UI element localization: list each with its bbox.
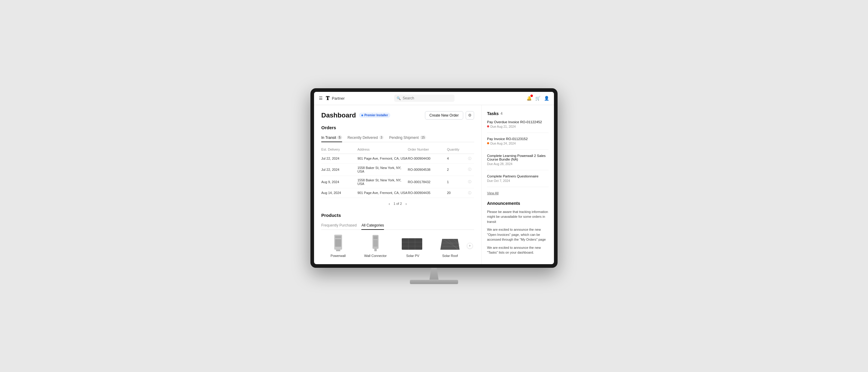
title-group: Dashboard Premier Installer	[321, 111, 390, 119]
tasks-section: Tasks 4 Pay Overdue Invoice RO-01122452 …	[487, 111, 549, 195]
search-icon: 🔍	[397, 96, 401, 100]
products-arrow: ›	[467, 243, 474, 249]
row-qty: 1	[447, 180, 468, 184]
row-order-num: RO-000904538	[408, 168, 447, 171]
info-icon[interactable]: ⓘ	[468, 156, 474, 161]
svg-rect-2	[335, 239, 341, 247]
orders-section: Orders In Transit 5 Recently Delivered 3	[321, 125, 474, 206]
info-icon[interactable]: ⓘ	[468, 179, 474, 184]
tab-frequently-purchased[interactable]: Frequently Purchased	[321, 222, 356, 230]
row-delivery: Aug 14, 2024	[321, 191, 358, 195]
stand-neck	[425, 268, 443, 280]
tab-in-transit[interactable]: In Transit 5	[321, 134, 342, 142]
task-due-1: Due Aug 21, 2024	[487, 125, 549, 128]
monitor-stand	[410, 268, 458, 284]
orders-table: Est. Delivery Address Order Number Quant…	[321, 146, 474, 198]
table-row[interactable]: Aug 14, 2024 901 Page Ave, Fremont, CA, …	[321, 188, 474, 198]
solar-pv-svg	[402, 236, 424, 250]
row-order-num: RO-000178432	[408, 180, 447, 184]
table-row[interactable]: Jul 22, 2024 901 Page Ave, Fremont, CA, …	[321, 154, 474, 164]
tab-in-transit-label: In Transit	[321, 136, 336, 140]
product-solar-pv[interactable]: Solar PV	[396, 234, 430, 258]
header-actions: Create New Order ⚙	[425, 111, 474, 120]
row-address: 901 Page Ave, Fremont, CA, USA	[358, 191, 408, 195]
tasks-header: Tasks 4	[487, 111, 549, 116]
next-page-button[interactable]: ›	[405, 202, 407, 206]
svg-rect-6	[373, 240, 378, 247]
task-due-3: Due Aug 28, 2024	[487, 162, 549, 166]
task-item-2: Pay Invoice RO-01123152 Due Aug 24, 2024	[487, 137, 549, 150]
notifications-icon[interactable]: 🔔	[527, 96, 532, 101]
product-powerwall[interactable]: Powerwall	[321, 234, 355, 258]
right-sidebar: Tasks 4 Pay Overdue Invoice RO-01122452 …	[482, 105, 554, 264]
tab-recently-delivered-badge: 3	[379, 136, 384, 139]
svg-rect-5	[373, 236, 378, 239]
orders-title: Orders	[321, 125, 474, 130]
table-row[interactable]: Jul 22, 2024 1558 Baker St, New York, NY…	[321, 164, 474, 176]
info-icon[interactable]: ⓘ	[468, 191, 474, 195]
menu-icon[interactable]: ☰	[319, 96, 323, 101]
tab-recently-delivered-label: Recently Delivered	[347, 136, 378, 140]
tab-recently-delivered[interactable]: Recently Delivered 3	[347, 134, 384, 142]
solar-roof-svg	[439, 236, 461, 250]
row-qty: 2	[447, 168, 468, 171]
announcements-section: Announcements Please be aware that track…	[487, 201, 549, 255]
tesla-logo: 𝐓	[326, 95, 330, 102]
task-item-4: Complete Partners Questionnaire Due Oct …	[487, 174, 549, 187]
account-icon[interactable]: 👤	[544, 96, 549, 101]
premier-badge: Premier Installer	[359, 113, 390, 118]
products-grid: Powerwall	[321, 234, 467, 258]
row-address: 1558 Baker St, New York, NY, USA	[358, 178, 408, 185]
row-address: 1558 Baker St, New York, NY, USA	[358, 166, 408, 173]
solar-roof-image-area	[438, 234, 462, 252]
prev-page-button[interactable]: ‹	[389, 202, 390, 206]
svg-rect-1	[335, 236, 341, 238]
brand-label: Partner	[332, 96, 345, 101]
powerwall-svg	[334, 235, 343, 251]
wall-connector-svg	[371, 235, 380, 251]
tab-pending-shipment[interactable]: Pending Shipment 15	[389, 134, 426, 142]
wall-connector-image-area	[364, 234, 388, 252]
announcements-title: Announcements	[487, 201, 549, 206]
view-all-tasks-link[interactable]: View All	[487, 191, 549, 195]
settings-icon[interactable]: ⚙	[466, 111, 474, 120]
row-order-num: RO-000904430	[408, 157, 447, 160]
powerwall-image-area	[326, 234, 350, 252]
table-row[interactable]: Aug 9, 2024 1558 Baker St, New York, NY,…	[321, 176, 474, 188]
tab-all-label: All Categories	[361, 223, 384, 228]
orders-tabs: In Transit 5 Recently Delivered 3 Pendin…	[321, 134, 474, 142]
tasks-title: Tasks	[487, 111, 499, 116]
task-name-2: Pay Invoice RO-01123152	[487, 137, 549, 141]
info-icon[interactable]: ⓘ	[468, 167, 474, 172]
row-qty: 20	[447, 191, 468, 195]
announcement-item-3: We are excited to announce the new "Task…	[487, 245, 549, 255]
col-address: Address	[358, 147, 408, 151]
tasks-count: 4	[501, 111, 503, 116]
col-quantity: Quantity	[447, 147, 468, 151]
create-order-button[interactable]: Create New Order	[425, 111, 463, 120]
task-item-3: Complete Learning Powerwall 2 Sales Cour…	[487, 154, 549, 170]
task-item-1: Pay Overdue Invoice RO-01122452 Due Aug …	[487, 120, 549, 133]
tab-in-transit-badge: 5	[337, 136, 342, 139]
products-row: Powerwall	[321, 234, 474, 258]
tab-pending-shipment-badge: 15	[420, 136, 426, 139]
task-name-4: Complete Partners Questionnaire	[487, 174, 549, 178]
dashboard-header: Dashboard Premier Installer Create New O…	[321, 111, 474, 120]
search-input[interactable]	[394, 95, 455, 102]
tab-all-categories[interactable]: All Categories	[361, 222, 384, 230]
next-product-button[interactable]: ›	[467, 243, 473, 249]
product-solar-roof[interactable]: Solar Roof	[433, 234, 467, 258]
navbar: ☰ 𝐓 Partner 🔍 🔔 🛒 👤	[314, 92, 554, 105]
announcement-item-1: Please be aware that tracking informatio…	[487, 209, 549, 225]
svg-rect-7	[374, 249, 377, 251]
row-delivery: Aug 9, 2024	[321, 180, 358, 184]
pagination: ‹ 1 of 2 ›	[321, 202, 474, 206]
monitor: ☰ 𝐓 Partner 🔍 🔔 🛒 👤	[310, 88, 558, 268]
task-due-text-1: Due Aug 21, 2024	[490, 125, 516, 128]
premier-dot	[361, 114, 363, 116]
products-section: Products Frequently Purchased All Catego…	[321, 213, 474, 258]
cart-icon[interactable]: 🛒	[535, 96, 540, 101]
products-tabs: Frequently Purchased All Categories	[321, 222, 474, 230]
notification-badge	[530, 95, 533, 97]
product-wall-connector[interactable]: Wall Connector	[359, 234, 393, 258]
